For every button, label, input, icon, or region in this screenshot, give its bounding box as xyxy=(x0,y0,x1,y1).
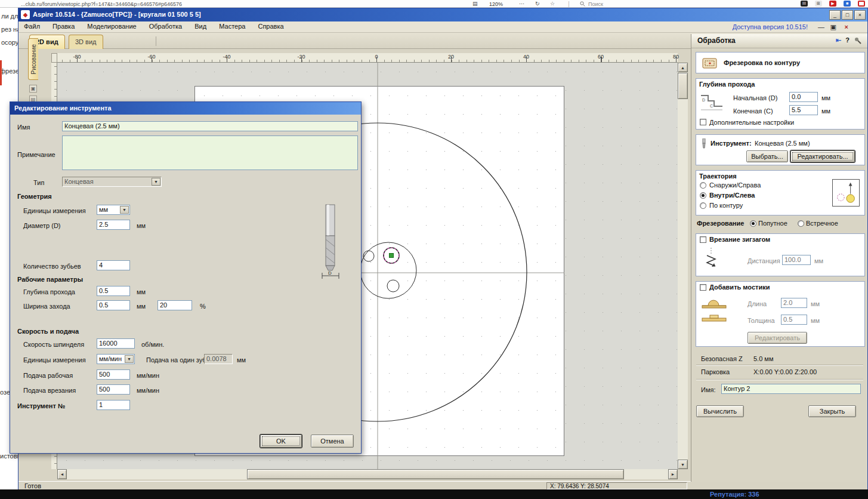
horizontal-scrollbar[interactable]: ◄ ► xyxy=(57,469,678,479)
horizontal-ruler: -80 -60 -40 -20 0 20 40 60 80 xyxy=(57,53,678,63)
mdi-close-icon[interactable]: × xyxy=(845,23,848,31)
svg-text:D: D xyxy=(328,270,332,276)
safe-z-value: 5.0 мм xyxy=(753,355,773,363)
bridge-length-label: Длина xyxy=(747,300,767,308)
reputation-text[interactable]: Репутация: 336 xyxy=(710,491,759,498)
bridge-length-input[interactable]: 2.0 xyxy=(781,298,807,308)
svg-text:D: D xyxy=(702,98,705,102)
tab-drawing-vertical[interactable]: Рисование xyxy=(28,38,38,80)
bridges-checkbox[interactable] xyxy=(700,284,706,291)
cut-depth-group: Глубина прохода DC Начальная (D) 0.0 мм … xyxy=(696,78,865,130)
tool-edit-button[interactable]: Редактировать... xyxy=(790,150,855,162)
end-depth-input[interactable]: 5.5 xyxy=(789,105,818,115)
advanced-settings-checkbox[interactable] xyxy=(700,119,706,125)
minimize-button[interactable]: _ xyxy=(829,10,841,20)
calculate-button[interactable]: Вычислить xyxy=(696,405,744,417)
browser-url[interactable]: ...club.ru/forum/viewtopic.php?f=147&t=3… xyxy=(21,1,182,8)
radio-conventional-milling[interactable] xyxy=(798,220,804,227)
browser-search-input[interactable]: Поиск xyxy=(588,1,603,8)
video-extension-icon[interactable]: ▶ xyxy=(829,1,836,7)
vertical-scrollbar[interactable]: ▲ ▼ xyxy=(678,63,688,469)
selection-center-handle xyxy=(390,254,394,258)
menu-item-help[interactable]: Справка xyxy=(252,21,289,33)
start-depth-input[interactable]: 0.0 xyxy=(789,92,818,102)
stepover-percent-spinner[interactable]: 20 xyxy=(157,300,192,310)
feed-rate-unit: мм/мин xyxy=(137,372,159,380)
bookmark-star-icon[interactable]: ☆ xyxy=(550,0,555,8)
pin-icon[interactable] xyxy=(854,37,861,44)
menu-item-modeling[interactable]: Моделирование xyxy=(82,21,141,33)
menu-item-edit[interactable]: Правка xyxy=(47,21,80,33)
tool-type-select[interactable]: Концевая ▼ xyxy=(62,177,162,187)
reload-icon[interactable]: ↻ xyxy=(535,0,540,8)
mdi-minimize-icon[interactable]: — xyxy=(818,23,824,31)
ruler-label: 20 xyxy=(448,54,454,60)
spindle-speed-input[interactable]: 16000 xyxy=(97,338,135,349)
ruler-label: -40 xyxy=(223,54,230,60)
scroll-up-arrow[interactable]: ▲ xyxy=(678,63,688,72)
chevron-down-icon: ▼ xyxy=(125,355,134,363)
bridges-edit-button[interactable]: Редактировать xyxy=(747,332,807,344)
browser-logo-icon[interactable] xyxy=(858,1,865,7)
bridge-thickness-input[interactable]: 0.5 xyxy=(781,315,807,325)
radio-climb-milling[interactable] xyxy=(750,220,756,227)
ruler-label: 0 xyxy=(375,54,378,60)
ok-button[interactable]: OK xyxy=(260,435,302,448)
tool-number-spinner[interactable]: 1 xyxy=(97,400,130,410)
menu-item-view[interactable]: Вид xyxy=(189,21,212,33)
radio-on-contour-label: По контуру xyxy=(709,202,743,210)
browser-zoom-level[interactable]: 120% xyxy=(489,1,503,8)
toolpath-name-input[interactable]: Контур 2 xyxy=(721,384,861,394)
cancel-button[interactable]: Отмена xyxy=(311,435,354,448)
help-icon[interactable]: ? xyxy=(845,36,850,44)
close-panel-button[interactable]: Закрыть xyxy=(808,405,856,417)
collapse-panel-icon[interactable]: ⇤ xyxy=(836,36,841,44)
radio-outside-right[interactable] xyxy=(700,182,706,189)
menu-item-file[interactable]: Файл xyxy=(18,21,45,33)
menu-item-machining[interactable]: Обработка xyxy=(144,21,187,33)
blue-extension-icon[interactable]: ■ xyxy=(844,1,851,7)
stepover-input[interactable]: 0.5 xyxy=(97,300,130,310)
ramp-distance-input[interactable]: 100.0 xyxy=(782,255,811,265)
end-depth-unit: мм xyxy=(821,107,830,115)
update-version-link[interactable]: Доступна версия 10.515! xyxy=(733,23,808,31)
tool-select-button[interactable]: Выбрать... xyxy=(746,150,788,162)
titlebar[interactable]: ◆ Aspire 10.514 - {Zamueco[TPC]} - [круг… xyxy=(18,8,867,21)
flutes-spinner[interactable]: 4 xyxy=(97,260,130,270)
feeds-header: Скорость и подача xyxy=(17,328,79,335)
vertical-scroll-thumb[interactable] xyxy=(678,73,688,99)
taskbar-strip: Репутация: 336 xyxy=(0,489,868,499)
restore-button[interactable]: □ xyxy=(842,10,853,20)
more-icon[interactable]: ⋯ xyxy=(519,0,524,8)
horizontal-scroll-thumb[interactable] xyxy=(247,469,624,479)
units-select[interactable]: мм▼ xyxy=(97,205,130,215)
ramp-checkbox[interactable] xyxy=(700,236,706,243)
scroll-down-arrow[interactable]: ▼ xyxy=(678,460,688,469)
bridges-title: Добавить мостики xyxy=(709,284,770,291)
ramp-group: Врезание зигзагом Дистанция 100.0 мм xyxy=(696,233,865,276)
feed-units-select[interactable]: мм/мин▼ xyxy=(97,354,135,364)
mdi-restore-icon[interactable]: ▣ xyxy=(830,23,836,31)
tool-name-input[interactable]: Концевая (2.5 мм) xyxy=(62,121,358,131)
radio-on-contour[interactable] xyxy=(700,202,706,209)
radio-inside-left[interactable] xyxy=(700,192,706,199)
feed-rate-input[interactable]: 500 xyxy=(97,369,130,380)
extension-icon[interactable]: III xyxy=(801,1,808,7)
scroll-corner xyxy=(678,469,688,479)
plunge-rate-input[interactable]: 500 xyxy=(97,384,130,395)
pass-depth-input[interactable]: 0.5 xyxy=(97,286,130,296)
note-textarea[interactable] xyxy=(62,135,358,170)
scroll-left-arrow[interactable]: ◄ xyxy=(57,469,67,479)
chipload-label: Подача на один зуб xyxy=(146,356,206,364)
feed-rate-label: Подача рабочая xyxy=(23,372,73,380)
bridge-thickness-icon xyxy=(701,314,727,322)
menu-item-wizards[interactable]: Мастера xyxy=(214,21,251,33)
scroll-right-arrow[interactable]: ► xyxy=(668,469,678,479)
left-tool-icon[interactable]: ▣ xyxy=(29,85,37,93)
close-button[interactable]: × xyxy=(854,10,866,20)
diameter-input[interactable]: 2.5 xyxy=(97,220,130,230)
page-icon[interactable]: ▤ xyxy=(472,0,478,8)
dialog-titlebar[interactable]: Редактирование инструмента xyxy=(10,102,361,115)
apps-grid-icon[interactable]: ⊞ xyxy=(815,1,822,7)
tab-3d-view[interactable]: 3D вид xyxy=(69,35,103,49)
